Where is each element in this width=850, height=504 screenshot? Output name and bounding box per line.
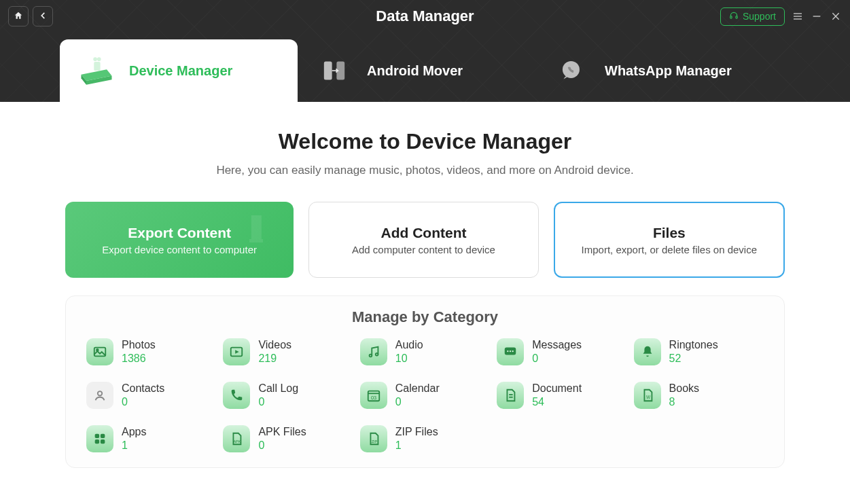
minimize-button[interactable] (811, 10, 823, 22)
headset-icon (729, 11, 739, 22)
card-subtitle: Add computer content to device (352, 244, 495, 255)
category-audio[interactable]: Audio 10 (360, 338, 490, 365)
apk-icon: APK (223, 425, 250, 452)
topbar: Data Manager Support (0, 0, 850, 33)
category-ringtones[interactable]: Ringtones 52 (634, 338, 764, 365)
category-books[interactable]: W Books 8 (634, 382, 764, 409)
svg-point-26 (512, 350, 514, 352)
category-call-log[interactable]: Call Log 0 (223, 382, 353, 409)
category-contacts[interactable]: Contacts 0 (86, 382, 216, 409)
menu-button[interactable] (792, 10, 804, 22)
audio-icon (360, 338, 387, 365)
contacts-icon (86, 382, 113, 409)
category-label: APK Files (258, 425, 306, 439)
books-icon: W (634, 382, 661, 409)
document-icon (497, 382, 524, 409)
category-label: Ringtones (669, 338, 718, 352)
category-label: Apps (122, 425, 146, 439)
device-manager-icon (76, 54, 117, 88)
welcome-subtitle: Here, you can easily manage music, photo… (65, 164, 785, 177)
category-panel: Manage by Category Photos 1386 Videos 21… (65, 295, 785, 468)
category-count: 0 (532, 352, 582, 365)
call-log-icon (223, 382, 250, 409)
add-content-card[interactable]: Add Content Add computer content to devi… (308, 202, 538, 278)
svg-point-25 (510, 350, 511, 352)
svg-point-18 (96, 349, 99, 351)
tab-device-manager[interactable]: Device Manager (60, 39, 298, 102)
card-subtitle: Import, export, or delete files on devic… (582, 244, 757, 255)
tab-label: Android Mover (367, 63, 463, 79)
category-count: 1 (395, 439, 438, 452)
card-title: Files (653, 225, 686, 241)
videos-icon (223, 338, 250, 365)
ringtones-icon (634, 338, 661, 365)
category-count: 54 (532, 395, 582, 409)
category-grid: Photos 1386 Videos 219 Audio (79, 338, 771, 452)
category-count: 1 (122, 439, 146, 452)
svg-point-27 (98, 391, 102, 395)
category-apk-files[interactable]: APK APK Files 0 (223, 425, 353, 452)
photos-icon (86, 338, 113, 365)
main-content: Welcome to Device Manager Here, you can … (0, 102, 850, 482)
header: Data Manager Support (0, 0, 850, 102)
category-videos[interactable]: Videos 219 (223, 338, 353, 365)
card-subtitle: Export device content to computer (102, 244, 257, 255)
export-content-card[interactable]: Export Content Export device content to … (65, 202, 294, 278)
svg-text:APK: APK (234, 439, 241, 444)
chevron-left-icon (38, 11, 48, 22)
action-cards: Export Content Export device content to … (65, 202, 785, 278)
category-count: 219 (258, 352, 291, 365)
files-card[interactable]: Files Import, export, or delete files on… (554, 202, 785, 278)
tab-label: WhatsApp Manager (605, 63, 732, 79)
svg-point-24 (507, 350, 508, 352)
svg-point-22 (376, 353, 378, 356)
svg-rect-37 (101, 439, 105, 444)
category-label: Contacts (122, 382, 164, 395)
category-label: Messages (532, 338, 582, 352)
support-button[interactable]: Support (720, 7, 785, 26)
category-photos[interactable]: Photos 1386 (86, 338, 216, 365)
category-zip-files[interactable]: ZIP ZIP Files 1 (360, 425, 490, 452)
svg-rect-34 (95, 434, 99, 438)
category-label: Photos (122, 338, 156, 352)
svg-rect-36 (95, 439, 99, 444)
window-controls: Support (720, 7, 842, 26)
svg-text:ZIP: ZIP (371, 439, 377, 444)
svg-rect-14 (324, 62, 332, 80)
category-count: 0 (122, 395, 164, 409)
svg-point-12 (93, 57, 97, 61)
svg-rect-11 (94, 62, 100, 71)
tabs: Device Manager Android Mover WhatsApp (0, 33, 850, 102)
category-label: Calendar (395, 382, 440, 395)
welcome-title: Welcome to Device Manager (65, 129, 785, 154)
card-title: Export Content (128, 225, 231, 241)
tab-android-mover[interactable]: Android Mover (298, 39, 535, 102)
back-button[interactable] (33, 6, 53, 26)
category-messages[interactable]: Messages 0 (497, 338, 626, 365)
category-panel-title: Manage by Category (79, 308, 771, 326)
home-icon (14, 11, 23, 22)
category-count: 52 (669, 352, 718, 365)
tab-label: Device Manager (129, 63, 232, 79)
home-button[interactable] (8, 6, 29, 26)
svg-text:03: 03 (371, 395, 376, 401)
tab-whatsapp-manager[interactable]: WhatsApp Manager (535, 39, 773, 102)
category-apps[interactable]: Apps 1 (86, 425, 216, 452)
category-label: Call Log (258, 382, 298, 395)
category-calendar[interactable]: 03 Calendar 0 (360, 382, 490, 409)
svg-rect-35 (101, 434, 105, 438)
android-mover-icon (314, 54, 355, 88)
calendar-icon: 03 (360, 382, 387, 409)
svg-point-21 (369, 355, 372, 357)
category-document[interactable]: Document 54 (497, 382, 626, 409)
category-count: 10 (395, 352, 423, 365)
card-title: Add Content (381, 225, 467, 241)
category-label: Videos (258, 338, 291, 352)
whatsapp-manager-icon (552, 54, 592, 88)
category-label: Books (669, 382, 699, 395)
svg-rect-1 (736, 16, 737, 18)
svg-rect-0 (730, 16, 732, 18)
category-label: ZIP Files (395, 425, 438, 439)
category-count: 0 (395, 395, 440, 409)
close-button[interactable] (830, 10, 842, 22)
